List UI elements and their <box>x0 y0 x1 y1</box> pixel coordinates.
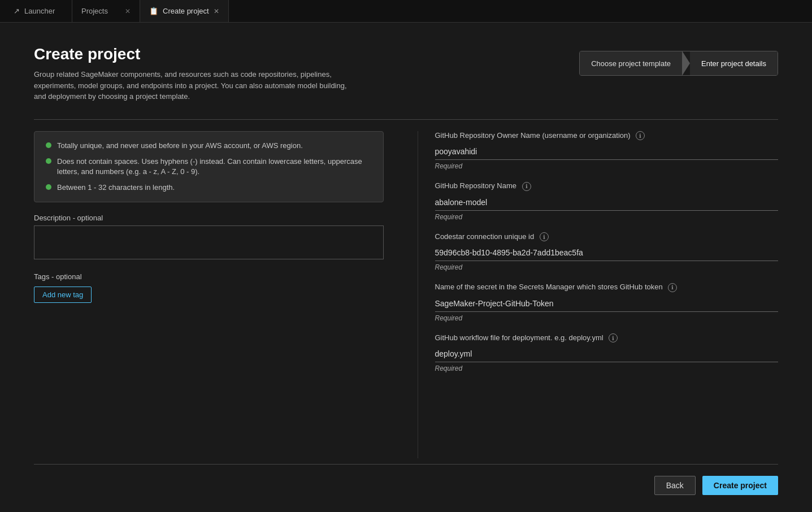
step-1-label: Choose project template <box>591 59 671 68</box>
secret-name-field-group: Name of the secret in the Secrets Manage… <box>435 283 779 322</box>
footer: Back Create project <box>34 464 778 501</box>
validation-item-1: Totally unique, and never used before in… <box>46 141 372 151</box>
workflow-required: Required <box>435 365 779 372</box>
page-title-section: Create project Group related SageMaker c… <box>34 45 350 102</box>
tab-projects[interactable]: Projects ✕ <box>72 0 140 22</box>
dot-icon-3 <box>46 184 51 190</box>
codestar-required: Required <box>435 263 779 271</box>
tab-launcher-label: Launcher <box>24 7 55 15</box>
step-choose-template[interactable]: Choose project template <box>580 51 682 75</box>
validation-item-2: Does not contain spaces. Uses hyphens (-… <box>46 157 372 177</box>
back-button[interactable]: Back <box>654 476 696 495</box>
validation-text-3: Between 1 - 32 characters in length. <box>57 183 175 193</box>
github-repo-name-input[interactable] <box>435 194 779 211</box>
dot-icon-2 <box>46 158 51 164</box>
github-repo-info-icon[interactable]: ℹ <box>522 182 531 191</box>
secret-name-label: Name of the secret in the Secrets Manage… <box>435 283 779 292</box>
secret-info-icon[interactable]: ℹ <box>668 283 677 292</box>
description-input[interactable] <box>34 225 384 259</box>
main-content: Create project Group related SageMaker c… <box>0 23 812 512</box>
tags-label: Tags - optional <box>34 272 384 281</box>
step-arrow <box>682 51 690 76</box>
description-label: Description - optional <box>34 214 384 222</box>
secret-name-input[interactable] <box>435 296 779 312</box>
header-divider <box>34 119 778 120</box>
workflow-input[interactable] <box>435 346 779 362</box>
codestar-info-icon[interactable]: ℹ <box>540 232 549 241</box>
codestar-label: Codestar connection unique id ℹ <box>435 232 779 242</box>
secret-required: Required <box>435 314 779 322</box>
tab-create-project[interactable]: 📋 Create project ✕ <box>140 0 229 22</box>
add-tag-button[interactable]: Add new tag <box>34 287 92 303</box>
close-projects-icon[interactable]: ✕ <box>125 7 131 15</box>
github-owner-info-icon[interactable]: ℹ <box>636 131 645 140</box>
close-create-project-icon[interactable]: ✕ <box>214 7 219 15</box>
steps-breadcrumb: Choose project template Enter project de… <box>579 51 778 76</box>
tab-bar: ↗ Launcher Projects ✕ 📋 Create project ✕ <box>0 0 812 23</box>
github-owner-field-group: GitHub Repository Owner Name (username o… <box>435 131 779 171</box>
github-repo-required: Required <box>435 213 779 221</box>
github-owner-label: GitHub Repository Owner Name (username o… <box>435 131 779 141</box>
workflow-info-icon[interactable]: ℹ <box>609 333 618 342</box>
page-subtitle: Group related SageMaker components, and … <box>34 69 350 102</box>
create-project-button[interactable]: Create project <box>702 476 778 495</box>
form-columns: Totally unique, and never used before in… <box>34 131 778 459</box>
validation-item-3: Between 1 - 32 characters in length. <box>46 183 372 193</box>
description-field-group: Description - optional <box>34 214 384 261</box>
validation-box: Totally unique, and never used before in… <box>34 131 384 203</box>
tab-create-project-label: Create project <box>163 7 209 15</box>
right-column: GitHub Repository Owner Name (username o… <box>418 131 779 459</box>
github-repo-name-field-group: GitHub Repository Name ℹ Required <box>435 181 779 221</box>
page-title: Create project <box>34 45 350 63</box>
tab-launcher[interactable]: ↗ Launcher <box>5 0 72 22</box>
tab-projects-label: Projects <box>81 7 108 15</box>
launcher-icon: ↗ <box>14 7 20 15</box>
github-repo-name-label: GitHub Repository Name ℹ <box>435 181 779 191</box>
validation-text-1: Totally unique, and never used before in… <box>57 141 303 151</box>
codestar-input[interactable] <box>435 245 779 261</box>
github-owner-input[interactable] <box>435 144 779 160</box>
validation-text-2: Does not contain spaces. Uses hyphens (-… <box>57 157 372 177</box>
step-enter-details[interactable]: Enter project details <box>690 51 778 75</box>
dot-icon-1 <box>46 142 51 148</box>
step-2-label: Enter project details <box>701 59 766 68</box>
create-project-tab-icon: 📋 <box>149 7 158 15</box>
page-header: Create project Group related SageMaker c… <box>34 45 778 102</box>
tags-field-group: Tags - optional Add new tag <box>34 272 384 303</box>
left-column: Totally unique, and never used before in… <box>34 131 395 459</box>
codestar-field-group: Codestar connection unique id ℹ Required <box>435 232 779 272</box>
workflow-label: GitHub workflow file for deployment. e.g… <box>435 333 779 343</box>
github-owner-required: Required <box>435 162 779 170</box>
workflow-field-group: GitHub workflow file for deployment. e.g… <box>435 333 779 373</box>
